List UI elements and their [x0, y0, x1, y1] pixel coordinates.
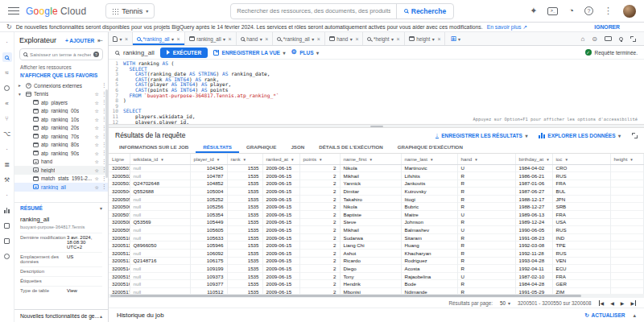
column-header-player_id[interactable]: player_id▼ — [190, 154, 227, 164]
tree-item-atp-ranking-80s[interactable]: atp_ranking_80s☆⋮ — [14, 141, 108, 150]
expand-results-icon[interactable] — [632, 133, 638, 138]
fullscreen-icon[interactable] — [630, 36, 636, 42]
add-data-button[interactable]: + AJOUTER — [65, 38, 94, 43]
search-button[interactable]: Recherche — [396, 4, 453, 19]
first-page-button[interactable]: ◀ — [599, 300, 605, 306]
lightbulb-icon[interactable] — [619, 37, 623, 41]
star-icon[interactable]: ☆ — [95, 151, 99, 156]
column-header-ioc[interactable]: ioc▼ — [552, 154, 610, 164]
star-icon[interactable]: ☆ — [95, 117, 99, 122]
close-icon[interactable]: × — [177, 36, 180, 42]
tree-item-hand[interactable]: hand☆⋮ — [14, 158, 108, 167]
tree-item-atp-ranking-20s[interactable]: atp_ranking_20s☆⋮ — [14, 124, 108, 133]
notifications-icon[interactable]: ◔ — [568, 6, 574, 15]
star-icon[interactable]: ☆ — [95, 167, 99, 173]
column-header-name_first[interactable]: name_first▼ — [340, 154, 401, 164]
pipelines-icon[interactable]: ⌥ — [2, 129, 12, 138]
results-tab-informations-sur-le-job[interactable]: INFORMATIONS SUR LE JOB — [112, 141, 196, 153]
star-icon[interactable]: ☆ — [95, 125, 99, 130]
close-icon[interactable]: × — [265, 36, 268, 42]
save-view-button[interactable]: ENREGISTRER LA VUE▾ — [213, 50, 285, 56]
tree-item-atp-ranking-00s[interactable]: atp_ranking_00s☆⋮ — [14, 107, 108, 116]
favorites-only-link[interactable]: N'AFFICHER QUE LES FAVORIS — [14, 70, 108, 81]
expander-icon[interactable]: ▸ — [19, 83, 23, 88]
close-icon[interactable]: × — [397, 36, 400, 42]
capacity-icon[interactable] — [2, 221, 12, 230]
close-icon[interactable]: × — [125, 36, 128, 42]
dataform-icon[interactable]: ⑂ — [2, 114, 12, 123]
tree-scrollbar[interactable] — [105, 89, 108, 178]
history-clock-icon[interactable]: ⊙ — [592, 35, 597, 43]
tree-item-atp-ranking-10s[interactable]: atp_ranking_10s☆⋮ — [14, 115, 108, 124]
tab-query-height[interactable]: *height▾× — [363, 32, 404, 45]
dot2-icon[interactable]: · — [2, 190, 12, 200]
item-menu-icon[interactable]: ⋮ — [101, 184, 105, 190]
next-page-button[interactable]: ▶ — [621, 300, 625, 306]
more-button[interactable]: ⚙PLUS▾ — [291, 49, 319, 56]
tree-item-atp-ranking-90s[interactable]: atp_ranking_90s☆⋮ — [14, 149, 108, 158]
expander-icon[interactable]: ▾ — [19, 92, 23, 97]
column-header-ranked_at[interactable]: ranked_at▼ — [262, 154, 299, 164]
column-header-hand[interactable]: hand▼ — [457, 154, 515, 164]
tab-view-ranking-all[interactable]: ranking_all▾× — [185, 32, 237, 45]
filters-icon[interactable]: ≈ — [2, 68, 12, 77]
keyboard-shortcuts-icon[interactable] — [605, 36, 612, 41]
chevron-down-icon[interactable]: ▾ — [100, 205, 102, 211]
tab-query-ranking-all[interactable]: *ranking_all▾× — [133, 32, 185, 45]
collapse-results-icon[interactable]: ▴ — [633, 312, 636, 319]
global-search-input[interactable] — [231, 7, 396, 14]
column-header-name_last[interactable]: name_last▼ — [401, 154, 457, 164]
monitoring-icon[interactable] — [2, 205, 12, 215]
tree-item-tennis[interactable]: ▾Tennis☆⋮ — [14, 90, 108, 99]
new-tab-button[interactable]: ⊞▾ — [445, 32, 465, 45]
close-icon[interactable]: × — [317, 36, 320, 42]
results-tab-r-sultats[interactable]: RÉSULTATS — [196, 141, 239, 153]
save-results-button[interactable]: ↓ENREGISTRER LES RÉSULTATS▾ — [436, 132, 528, 139]
per-page-select[interactable]: 50▾ — [500, 300, 510, 306]
column-header-points[interactable]: points▼ — [299, 154, 340, 164]
explore-data-button[interactable]: EXPLORER LES DONNÉES▾ — [539, 133, 621, 138]
more-options-icon[interactable]: ⋮ — [604, 6, 613, 15]
dismiss-banner-button[interactable]: IGNORER — [594, 24, 620, 30]
history-icon[interactable] — [2, 83, 12, 93]
close-icon[interactable]: × — [229, 36, 232, 42]
welcome-icon[interactable]: · — [2, 37, 12, 47]
column-header-wikidata_id[interactable]: wikidata_id▼ — [130, 154, 190, 164]
star-icon[interactable]: ☆ — [95, 175, 99, 181]
summary-tab[interactable]: RÉSUMÉ — [20, 205, 43, 211]
new-features-bar[interactable]: Nouvelles fonctionnalités de ge... ▴ — [14, 309, 108, 322]
column-header-birthday_at[interactable]: birthday_at▼ — [515, 154, 552, 164]
column-header-rank[interactable]: rank▼ — [227, 154, 262, 164]
migration-icon[interactable]: « — [2, 98, 12, 108]
cloud-shell-icon[interactable]: >_ — [547, 7, 558, 15]
prev-page-button[interactable]: ◀ — [610, 300, 614, 306]
project-selector[interactable]: Tennis ▾ — [105, 3, 155, 19]
tree-item-ranking-all[interactable]: ranking_all☆⋮ — [14, 183, 108, 192]
tree-item-match-stats-1991-2-[interactable]: match_stats_1991-2...☆⋮ — [14, 175, 108, 184]
menu-icon[interactable] — [8, 7, 19, 15]
tab-query-hand[interactable]: hand▾× — [237, 32, 274, 45]
star-icon[interactable]: ☆ — [95, 108, 99, 114]
tab-view-hand[interactable]: hand▾× — [325, 32, 364, 45]
job-history-title[interactable]: Historique du job — [117, 312, 164, 319]
star-icon[interactable]: ☆ — [95, 159, 99, 164]
sql-workspace-search-icon[interactable] — [2, 52, 12, 62]
governance-icon[interactable] — [2, 251, 12, 261]
results-tab-graphique-d-ex-cution[interactable]: GRAPHIQUE D'EXÉCUTION — [390, 141, 470, 153]
tree-item-height[interactable]: height☆⋮ — [14, 166, 108, 175]
horizontal-scrollbar[interactable] — [109, 294, 644, 298]
results-tab-d-tails-de-l-ex-cution[interactable]: DÉTAILS DE L'EXÉCUTION — [312, 141, 390, 153]
assistant-icon[interactable]: ⌂ — [580, 35, 584, 43]
scheduled-queries-icon[interactable]: ≣ — [2, 159, 12, 169]
admin-tools-icon[interactable]: ⚒ — [2, 175, 12, 184]
explorer-search-input[interactable] — [30, 52, 91, 57]
item-menu-icon[interactable]: ⋮ — [101, 82, 105, 89]
close-icon[interactable]: × — [437, 36, 440, 42]
learn-more-link[interactable]: En savoir plus ↗ — [487, 24, 527, 31]
star-icon[interactable]: ☆ — [95, 91, 99, 97]
promo-icon[interactable]: ✦ — [530, 6, 537, 15]
tab-view-height[interactable]: height▾× — [405, 32, 446, 45]
run-query-button[interactable]: EXÉCUTER — [160, 47, 208, 58]
results-tab-graphique[interactable]: GRAPHIQUE — [239, 141, 283, 153]
bi-engine-icon[interactable] — [2, 236, 12, 246]
